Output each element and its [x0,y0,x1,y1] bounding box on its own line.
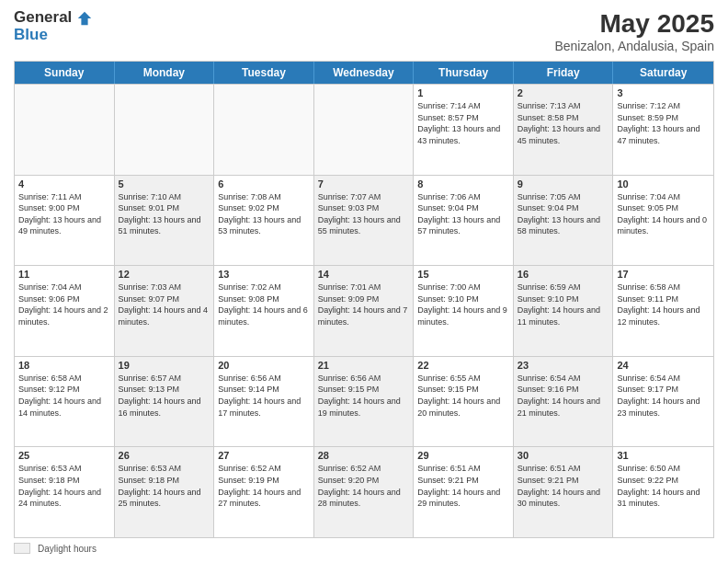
day-number: 16 [518,269,609,280]
header-friday: Friday [514,62,614,84]
day-number: 21 [318,360,410,371]
calendar-cell: 28 Sunrise: 6:52 AMSunset: 9:20 PMDaylig… [314,447,415,537]
day-number: 6 [218,178,310,190]
cell-detail: Sunrise: 6:52 AMSunset: 9:19 PMDaylight:… [218,463,310,509]
day-number: 25 [18,450,110,461]
cell-detail: Sunrise: 7:04 AMSunset: 9:05 PMDaylight:… [617,191,710,237]
cell-detail: Sunrise: 6:56 AMSunset: 9:14 PMDaylight:… [218,373,310,419]
cell-detail: Sunrise: 7:01 AMSunset: 9:09 PMDaylight:… [318,282,410,327]
calendar-cell: 27 Sunrise: 6:52 AMSunset: 9:19 PMDaylig… [214,447,314,537]
cell-detail: Sunrise: 6:54 AMSunset: 9:17 PMDaylight:… [617,373,710,419]
calendar-cell: 8 Sunrise: 7:06 AMSunset: 9:04 PMDayligh… [414,176,514,266]
day-number: 14 [318,269,410,280]
header-tuesday: Tuesday [214,62,314,84]
cell-detail: Sunrise: 6:50 AMSunset: 9:22 PMDaylight:… [617,463,710,509]
day-number: 26 [119,450,210,461]
cell-detail: Sunrise: 6:51 AMSunset: 9:21 PMDaylight:… [518,463,609,509]
cell-detail: Sunrise: 7:02 AMSunset: 9:08 PMDaylight:… [218,282,310,327]
cell-detail: Sunrise: 6:57 AMSunset: 9:13 PMDaylight:… [119,373,210,419]
cell-detail: Sunrise: 6:59 AMSunset: 9:10 PMDaylight:… [518,282,609,327]
calendar-cell: 26 Sunrise: 6:53 AMSunset: 9:18 PMDaylig… [115,447,215,537]
day-number: 3 [617,87,710,98]
footer: Daylight hours [14,543,714,554]
calendar-cell: 18 Sunrise: 6:58 AMSunset: 9:12 PMDaylig… [15,357,115,447]
calendar-cell: 6 Sunrise: 7:08 AMSunset: 9:02 PMDayligh… [214,176,314,266]
cell-detail: Sunrise: 7:14 AMSunset: 8:57 PMDaylight:… [417,100,509,146]
calendar-cell: 5 Sunrise: 7:10 AMSunset: 9:01 PMDayligh… [115,176,215,266]
day-number: 19 [119,360,210,371]
day-number: 7 [318,178,410,190]
cell-detail: Sunrise: 7:05 AMSunset: 9:04 PMDaylight:… [518,191,609,237]
cell-detail: Sunrise: 6:53 AMSunset: 9:18 PMDaylight:… [119,463,210,509]
day-number: 4 [18,178,110,190]
day-number: 29 [417,450,509,461]
day-number: 15 [417,269,509,280]
calendar-cell: 11 Sunrise: 7:04 AMSunset: 9:06 PMDaylig… [15,266,115,356]
logo-blue: Blue [14,27,93,44]
day-number: 5 [119,178,210,190]
day-number: 2 [518,87,609,98]
calendar-week-2: 4 Sunrise: 7:11 AMSunset: 9:00 PMDayligh… [15,175,713,266]
calendar-cell: 30 Sunrise: 6:51 AMSunset: 9:21 PMDaylig… [514,447,614,537]
title-location: Benizalon, Andalusia, Spain [554,39,714,53]
calendar-cell: 31 Sunrise: 6:50 AMSunset: 9:22 PMDaylig… [613,447,713,537]
cell-detail: Sunrise: 7:07 AMSunset: 9:03 PMDaylight:… [318,191,410,237]
day-number: 30 [518,450,609,461]
header-wednesday: Wednesday [314,62,415,84]
header-saturday: Saturday [613,62,713,84]
day-number: 13 [218,269,310,280]
calendar-cell: 24 Sunrise: 6:54 AMSunset: 9:17 PMDaylig… [613,357,713,447]
daylight-swatch [14,543,30,554]
calendar-cell: 2 Sunrise: 7:13 AMSunset: 8:58 PMDayligh… [514,85,614,175]
day-number: 12 [119,269,210,280]
calendar-cell: 29 Sunrise: 6:51 AMSunset: 9:21 PMDaylig… [414,447,514,537]
cell-detail: Sunrise: 7:12 AMSunset: 8:59 PMDaylight:… [617,100,710,146]
calendar-cell: 22 Sunrise: 6:55 AMSunset: 9:15 PMDaylig… [414,357,514,447]
day-number: 28 [318,450,410,461]
cell-detail: Sunrise: 6:51 AMSunset: 9:21 PMDaylight:… [417,463,509,509]
cell-detail: Sunrise: 7:06 AMSunset: 9:04 PMDaylight:… [417,191,509,237]
calendar-cell: 13 Sunrise: 7:02 AMSunset: 9:08 PMDaylig… [214,266,314,356]
day-number: 11 [18,269,110,280]
header-sunday: Sunday [15,62,115,84]
calendar-body: 1 Sunrise: 7:14 AMSunset: 8:57 PMDayligh… [15,84,713,537]
calendar-cell: 4 Sunrise: 7:11 AMSunset: 9:00 PMDayligh… [15,176,115,266]
cell-detail: Sunrise: 7:04 AMSunset: 9:06 PMDaylight:… [18,282,110,327]
day-number: 17 [617,269,710,280]
header-monday: Monday [115,62,215,84]
logo: General Blue [14,9,93,43]
calendar-cell: 14 Sunrise: 7:01 AMSunset: 9:09 PMDaylig… [314,266,415,356]
day-number: 22 [417,360,509,371]
cell-detail: Sunrise: 6:53 AMSunset: 9:18 PMDaylight:… [18,463,110,509]
title-month: May 2025 [554,9,714,39]
calendar-cell: 19 Sunrise: 6:57 AMSunset: 9:13 PMDaylig… [115,357,215,447]
calendar-cell: 3 Sunrise: 7:12 AMSunset: 8:59 PMDayligh… [613,85,713,175]
day-number: 23 [518,360,609,371]
svg-marker-0 [78,11,91,24]
day-number: 8 [417,178,509,190]
cell-detail: Sunrise: 7:11 AMSunset: 9:00 PMDaylight:… [18,191,110,237]
calendar-cell: 1 Sunrise: 7:14 AMSunset: 8:57 PMDayligh… [414,85,514,175]
calendar-cell: 25 Sunrise: 6:53 AMSunset: 9:18 PMDaylig… [15,447,115,537]
logo-general: General [14,9,93,27]
day-number: 31 [617,450,710,461]
calendar-cell: 20 Sunrise: 6:56 AMSunset: 9:14 PMDaylig… [214,357,314,447]
calendar-cell [314,85,415,175]
day-number: 9 [518,178,609,190]
calendar-cell: 21 Sunrise: 6:56 AMSunset: 9:15 PMDaylig… [314,357,415,447]
cell-detail: Sunrise: 6:56 AMSunset: 9:15 PMDaylight:… [318,373,410,419]
calendar-cell: 7 Sunrise: 7:07 AMSunset: 9:03 PMDayligh… [314,176,415,266]
cell-detail: Sunrise: 7:13 AMSunset: 8:58 PMDaylight:… [518,100,609,146]
calendar-cell: 12 Sunrise: 7:03 AMSunset: 9:07 PMDaylig… [115,266,215,356]
calendar-week-4: 18 Sunrise: 6:58 AMSunset: 9:12 PMDaylig… [15,356,713,447]
calendar-cell [115,85,215,175]
day-number: 1 [417,87,509,98]
cell-detail: Sunrise: 6:52 AMSunset: 9:20 PMDaylight:… [318,463,410,509]
calendar: Sunday Monday Tuesday Wednesday Thursday… [14,61,714,538]
page: General Blue May 2025 Benizalon, Andalus… [0,0,728,563]
cell-detail: Sunrise: 7:10 AMSunset: 9:01 PMDaylight:… [119,191,210,237]
calendar-cell: 16 Sunrise: 6:59 AMSunset: 9:10 PMDaylig… [514,266,614,356]
footer-label: Daylight hours [38,544,97,554]
cell-detail: Sunrise: 6:55 AMSunset: 9:15 PMDaylight:… [417,373,509,419]
calendar-cell [15,85,115,175]
